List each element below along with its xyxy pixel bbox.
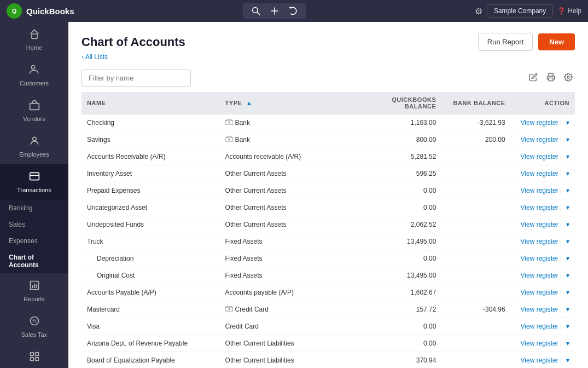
cell-bank-balance: -304.96 [441,301,510,318]
action-dropdown-btn[interactable]: ▾ [561,255,569,262]
cell-qb-balance: 13,495.00 [353,267,441,284]
table-row: DepreciationFixed Assets0.00View registe… [81,250,575,267]
cell-bank-balance [441,199,510,216]
cell-type: Bank [220,114,353,131]
cell-action: View register ▾ [511,284,575,301]
cell-bank-balance [441,335,510,352]
svg-point-2 [252,8,258,13]
col-action: ACTION [511,92,575,114]
sidebar-sub-chart-of-accounts[interactable]: Chart of Accounts [0,249,68,273]
refresh-icon-btn[interactable] [284,4,302,18]
sales-tax-label: Sales Tax [21,331,48,338]
view-register-link[interactable]: View register [521,136,558,143]
sidebar-item-transactions[interactable]: Transactions [0,164,68,200]
sidebar-item-apps[interactable]: Apps [0,344,68,368]
view-register-link[interactable]: View register [521,187,558,194]
view-register-link[interactable]: View register [521,153,558,160]
cell-type: Fixed Assets [220,233,353,250]
view-register-link[interactable]: View register [521,221,558,228]
action-dropdown-btn[interactable]: ▾ [561,323,569,330]
settings-icon-btn[interactable] [562,71,575,86]
cell-qb-balance: 800.00 [353,131,441,148]
transactions-label: Transactions [17,187,51,193]
view-register-link[interactable]: View register [521,255,558,262]
svg-rect-24 [549,78,553,81]
chart-of-accounts-label: Chart of Accounts [9,254,39,269]
sidebar-item-sales-tax[interactable]: % Sales Tax [0,309,68,344]
cell-name: Mastercard [81,301,220,318]
view-register-link[interactable]: View register [521,306,558,313]
view-register-link[interactable]: View register [521,238,558,245]
cell-action: View register ▾ [511,131,575,148]
action-dropdown-btn[interactable]: ▾ [561,357,569,364]
cell-name: Arizona Dept. of Revenue Payable [81,335,220,352]
cell-bank-balance: 200.00 [441,131,510,148]
sidebar-sub-sales[interactable]: Sales [0,216,68,233]
cell-action: View register ▾ [511,233,575,250]
sidebar-item-reports[interactable]: Reports [0,273,68,309]
action-dropdown-btn[interactable]: ▾ [561,340,569,347]
help-button[interactable]: ❓ Help [557,7,581,15]
view-register-link[interactable]: View register [521,289,558,296]
sidebar-sub-banking[interactable]: Banking [0,200,68,216]
new-button[interactable]: New [538,33,575,50]
view-register-link[interactable]: View register [521,357,558,364]
view-register-link[interactable]: View register [521,272,558,279]
sidebar-item-vendors[interactable]: Vendors [0,93,68,129]
cell-name: Inventory Asset [81,165,220,182]
company-button[interactable]: Sample Company [487,4,553,18]
vendors-label: Vendors [23,116,45,122]
view-register-link[interactable]: View register [521,323,558,330]
cell-bank-balance [441,148,510,165]
view-register-link[interactable]: View register [521,204,558,211]
action-dropdown-btn[interactable]: ▾ [561,153,569,160]
sidebar-item-employees[interactable]: Employees [0,129,68,164]
cell-action: View register ▾ [511,301,575,318]
add-icon-btn[interactable] [266,4,283,18]
print-icon-btn[interactable] [544,71,557,86]
filter-input[interactable] [81,70,191,87]
cell-qb-balance: 0.00 [353,318,441,335]
view-register-link[interactable]: View register [521,340,558,347]
bank-connect-icon [225,136,233,142]
action-dropdown-btn[interactable]: ▾ [561,119,569,127]
nav-icon-group [243,3,306,19]
run-report-button[interactable]: Run Report [478,33,533,51]
search-icon-btn[interactable] [247,4,265,18]
view-register-link[interactable]: View register [521,119,558,127]
edit-icon-btn[interactable] [527,71,540,86]
table-row: Accounts Payable (A/P)Accounts payable (… [81,284,575,301]
help-label: Help [568,7,581,15]
table-row: Original CostFixed Assets13,495.00View r… [81,267,575,284]
action-dropdown-btn[interactable]: ▾ [561,170,569,177]
page-header: Chart of Accounts Run Report New [81,33,575,51]
col-qb-balance: QUICKBOOKS BALANCE [353,92,441,114]
cell-action: View register ▾ [511,318,575,335]
app-layout: Home Customers Vendors Employees Transac… [0,22,588,368]
action-dropdown-btn[interactable]: ▾ [561,272,569,279]
svg-rect-6 [32,34,37,38]
breadcrumb[interactable]: All Lists [81,53,575,61]
table-row: SavingsBank800.00200.00View register ▾ [81,131,575,148]
reports-icon [29,280,40,294]
action-dropdown-btn[interactable]: ▾ [561,238,569,245]
svg-point-25 [567,76,569,78]
cell-type: Other Current Liabilities [220,352,353,369]
view-register-link[interactable]: View register [521,170,558,177]
action-dropdown-btn[interactable]: ▾ [561,221,569,228]
company-name: Sample Company [494,7,546,15]
settings-icon[interactable]: ⚙ [475,6,482,16]
logo: Q QuickBooks [7,3,74,19]
action-dropdown-btn[interactable]: ▾ [561,187,569,194]
sidebar-item-home[interactable]: Home [0,22,68,58]
cell-bank-balance [441,352,510,369]
sidebar: Home Customers Vendors Employees Transac… [0,22,68,368]
action-dropdown-btn[interactable]: ▾ [561,204,569,211]
action-dropdown-btn[interactable]: ▾ [561,136,569,143]
sidebar-sub-expenses[interactable]: Expenses [0,233,68,249]
action-dropdown-btn[interactable]: ▾ [561,306,569,313]
action-dropdown-btn[interactable]: ▾ [561,289,569,296]
cell-name: Undeposited Funds [81,216,220,233]
sidebar-item-customers[interactable]: Customers [0,58,68,93]
banking-label: Banking [9,204,32,212]
